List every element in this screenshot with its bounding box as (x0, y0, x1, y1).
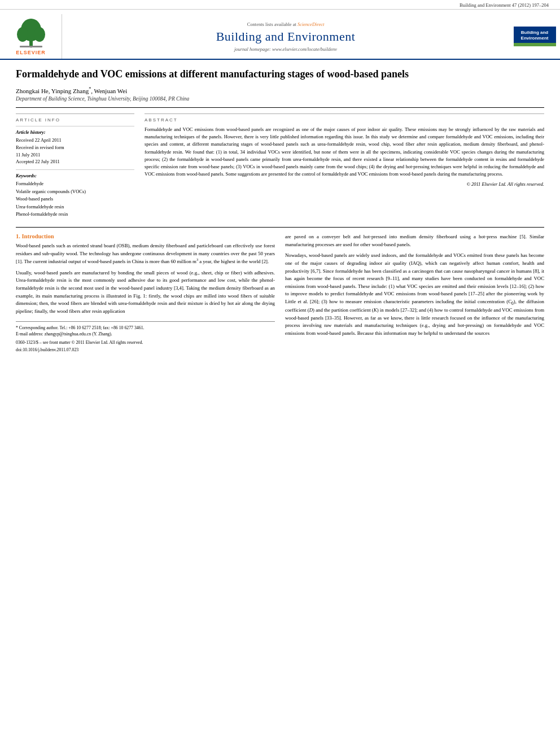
doi-line: doi:10.1016/j.buildenv.2011.07.023 (16, 347, 275, 352)
sciencedirect-link[interactable]: ScienceDirect (298, 21, 324, 27)
sciencedirect-line: Contents lists available at ScienceDirec… (247, 21, 325, 27)
keyword-4: Urea-formaldehyde resin (16, 203, 134, 211)
divider-1 (16, 107, 544, 108)
footnote-email: E-mail address: zhangyp@tsinghua.edu.cn … (16, 331, 275, 338)
svg-point-2 (17, 27, 28, 42)
abstract-column: ABSTRACT Formaldehyde and VOC emissions … (145, 113, 544, 221)
journal-homepage: journal homepage: www.elsevier.com/locat… (234, 46, 337, 52)
history-block: Article history: Received 22 April 2011 … (16, 126, 134, 168)
footnote-area: * Corresponding author. Tel.: +86 10 627… (16, 321, 275, 352)
body-left-column: 1. Introduction Wood-based panels such a… (16, 233, 275, 352)
author-he: Zhongkai He, (16, 88, 51, 94)
right-paragraph1: are paved on a conveyer belt and hot-pre… (285, 233, 544, 248)
body-section: 1. Introduction Wood-based panels such a… (16, 233, 544, 352)
journal-title: Building and Environment (216, 29, 356, 44)
journal-header: ELSEVIER Contents lists available at Sci… (0, 10, 560, 60)
received-revised-label: Received in revised form (16, 144, 134, 151)
keyword-5: Phenol-formaldehyde resin (16, 211, 134, 219)
right-paragraph2: Nowadays, wood-based panels are widely u… (285, 252, 544, 337)
elsevier-logo: ELSEVIER (0, 14, 62, 59)
article-info-column: ARTICLE INFO Article history: Received 2… (16, 113, 134, 221)
issn-line: 0360-1323/$ – see front matter © 2011 El… (16, 340, 275, 345)
received-date: Received 22 April 2011 (16, 137, 134, 144)
author-zhang: Yinping Zhang*, (51, 88, 94, 94)
revised-date: 11 July 2011 (16, 151, 134, 159)
footnote-star-text: * Corresponding author. Tel.: +86 10 627… (16, 325, 275, 331)
copyright: © 2011 Elsevier Ltd. All rights reserved… (145, 181, 544, 187)
corner-logo-box: Building and Environment (514, 27, 556, 47)
abstract-label: ABSTRACT (145, 117, 544, 123)
corner-logo-line2: Environment (518, 36, 552, 41)
journal-center: Contents lists available at ScienceDirec… (62, 14, 509, 59)
corner-logo-line1: Building and (518, 30, 552, 36)
article-info-box: ARTICLE INFO Article history: Received 2… (16, 113, 134, 221)
section1-heading: 1. Introduction (16, 233, 275, 239)
article-title: Formaldehyde and VOC emissions at differ… (16, 68, 544, 81)
author-wei: Wenjuan Wei (94, 88, 127, 94)
section1-paragraph1: Wood-based panels such as oriented stran… (16, 242, 275, 266)
authors-line: Zhongkai He, Yinping Zhang*, Wenjuan Wei (16, 86, 544, 94)
article-info-label: ARTICLE INFO (16, 117, 134, 123)
history-label: Article history: (16, 129, 134, 135)
keywords-block: Keywords: Formaldehyde Volatile organic … (16, 169, 134, 221)
elsevier-tree-icon (14, 18, 48, 49)
elsevier-wordmark: ELSEVIER (16, 50, 46, 55)
section1-paragraph2: Usually, wood-based panels are manufactu… (16, 269, 275, 316)
corner-logo: Building and Environment (509, 14, 560, 59)
article-container: Formaldehyde and VOC emissions at differ… (0, 60, 560, 360)
divider-2 (16, 227, 544, 228)
journal-reference: Building and Environment 47 (2012) 197–2… (460, 2, 549, 8)
affiliation: Department of Building Science, Tsinghua… (16, 96, 544, 102)
journal-reference-bar: Building and Environment 47 (2012) 197–2… (0, 0, 560, 10)
keyword-1: Formaldehyde (16, 180, 134, 188)
accepted-date: Accepted 22 July 2011 (16, 158, 134, 165)
svg-rect-5 (20, 46, 42, 47)
keywords-label: Keywords: (16, 173, 134, 178)
keyword-2: Volatile organic compounds (VOCs) (16, 188, 134, 196)
abstract-text: Formaldehyde and VOC emissions from wood… (145, 126, 544, 178)
keyword-3: Wood-based panels (16, 195, 134, 203)
abstract-section: ABSTRACT Formaldehyde and VOC emissions … (145, 113, 544, 187)
body-right-column: are paved on a conveyer belt and hot-pre… (285, 233, 544, 352)
svg-point-3 (34, 27, 45, 42)
article-info-abstract-section: ARTICLE INFO Article history: Received 2… (16, 113, 544, 221)
